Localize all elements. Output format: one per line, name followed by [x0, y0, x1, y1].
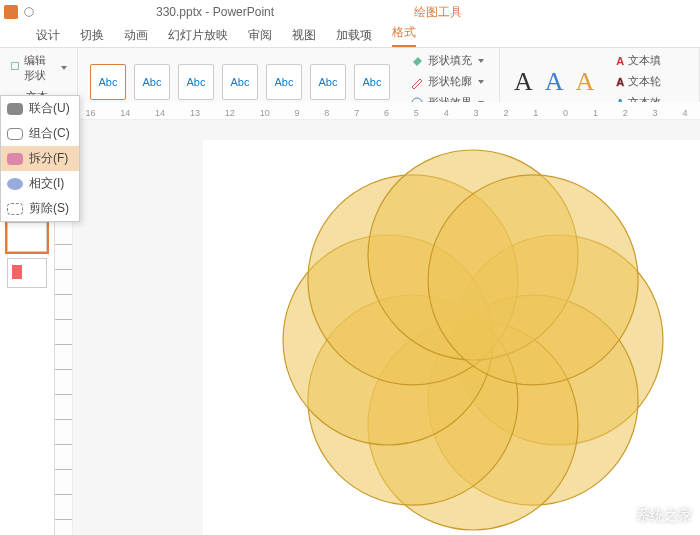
edit-shape-icon [10, 61, 20, 75]
ribbon-tabs: 设计 切换 动画 幻灯片放映 审阅 视图 加载项 格式 [0, 24, 700, 48]
shape-fill-label: 形状填充 [428, 53, 472, 68]
text-fill-label: 文本填 [628, 53, 661, 68]
svg-rect-0 [4, 5, 18, 19]
subtract-icon [7, 203, 23, 215]
merge-fragment[interactable]: 拆分(F) [1, 146, 79, 171]
shape-style-3[interactable]: Abc [178, 64, 214, 100]
shape-style-7[interactable]: Abc [354, 64, 390, 100]
shape-style-2[interactable]: Abc [134, 64, 170, 100]
shape-fill-button[interactable]: 形状填充 [406, 51, 488, 70]
wordart-style-3[interactable]: A [576, 67, 595, 97]
horizontal-ruler: 16141413121098765432101234 [73, 102, 700, 120]
combine-icon [7, 128, 23, 140]
slide-thumb-3[interactable] [7, 258, 47, 288]
tab-slideshow[interactable]: 幻灯片放映 [168, 27, 228, 44]
pen-icon [410, 75, 424, 89]
union-icon [7, 103, 23, 115]
combine-label: 组合(C) [29, 125, 70, 142]
text-fill-icon: A [616, 55, 624, 67]
tab-transitions[interactable]: 切换 [80, 27, 104, 44]
tab-animations[interactable]: 动画 [124, 27, 148, 44]
subtract-label: 剪除(S) [29, 200, 69, 217]
merge-subtract[interactable]: 剪除(S) [1, 196, 79, 221]
merge-union[interactable]: 联合(U) [1, 96, 79, 121]
shape-outline-label: 形状轮廓 [428, 74, 472, 89]
shape-style-1[interactable]: Abc [90, 64, 126, 100]
qat-icon[interactable] [22, 5, 36, 19]
shape-outline-button[interactable]: 形状轮廓 [406, 72, 488, 91]
watermark: 系统之家 [600, 503, 692, 529]
tab-view[interactable]: 视图 [292, 27, 316, 44]
intersect-label: 相交(I) [29, 175, 64, 192]
svg-point-1 [25, 8, 34, 17]
text-outline-button[interactable]: A文本轮 [612, 72, 665, 91]
union-label: 联合(U) [29, 100, 70, 117]
window-title: 330.pptx - PowerPoint [156, 5, 274, 19]
tab-addins[interactable]: 加载项 [336, 27, 372, 44]
text-outline-icon: A [616, 76, 624, 88]
shape-style-4[interactable]: Abc [222, 64, 258, 100]
tab-design[interactable]: 设计 [36, 27, 60, 44]
contextual-tab-label: 绘图工具 [414, 4, 462, 21]
watermark-text: 系统之家 [636, 507, 692, 525]
wordart-style-1[interactable]: A [514, 67, 533, 97]
app-icon [4, 5, 18, 19]
slide-thumb-2[interactable] [7, 222, 47, 252]
fragment-label: 拆分(F) [29, 150, 68, 167]
merge-intersect[interactable]: 相交(I) [1, 171, 79, 196]
edit-shape-button[interactable]: 编辑形状 [6, 51, 71, 85]
text-outline-label: 文本轮 [628, 74, 661, 89]
merge-combine[interactable]: 组合(C) [1, 121, 79, 146]
edit-shape-label: 编辑形状 [24, 53, 55, 83]
shape-style-5[interactable]: Abc [266, 64, 302, 100]
slide-canvas[interactable] [203, 140, 700, 535]
bucket-icon [410, 54, 424, 68]
shape-style-6[interactable]: Abc [310, 64, 346, 100]
intersect-icon [7, 178, 23, 190]
merge-shapes-menu: 联合(U) 组合(C) 拆分(F) 相交(I) 剪除(S) [0, 95, 80, 222]
house-icon [600, 503, 630, 529]
tab-review[interactable]: 审阅 [248, 27, 272, 44]
tab-format[interactable]: 格式 [392, 24, 416, 47]
flower-shape[interactable] [273, 140, 673, 535]
wordart-style-2[interactable]: A [545, 67, 564, 97]
fragment-icon [7, 153, 23, 165]
text-fill-button[interactable]: A文本填 [612, 51, 665, 70]
